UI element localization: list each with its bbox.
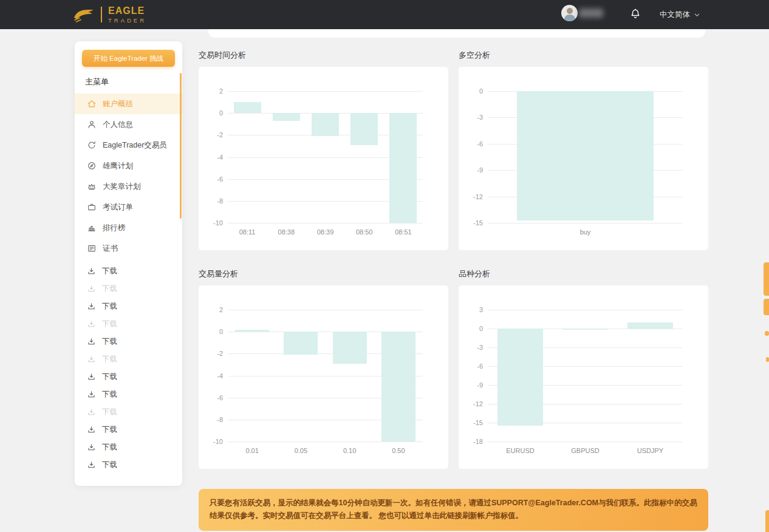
download-icon [87,284,96,293]
download-item-label: 下载 [102,442,117,452]
sidebar-download-item[interactable]: 下载 [75,456,182,474]
chart-cell: 交易时间分析20-2-4-6-8-1008:1108:3808:3908:500… [199,38,448,250]
notification-bell-icon[interactable] [629,7,641,21]
x-tick-label: 0.01 [245,447,258,454]
y-tick-label: -8 [202,197,223,205]
gridline [488,310,683,310]
bar[interactable] [333,332,367,363]
brand-logo[interactable]: EAGLE TRADER [73,0,146,29]
sidebar-download-item[interactable]: 下载 [75,421,182,438]
bar[interactable] [312,113,339,136]
floating-widget-fragment [766,357,769,362]
download-icon [87,443,96,452]
gridline [228,91,423,92]
briefcase-icon [87,202,97,212]
y-tick-label: 0 [202,109,223,117]
sidebar-menu: 账户概括个人信息EagleTrader交易员雄鹰计划大奖章计划考试订单排行榜证书 [75,94,182,259]
x-tick-label: GBPUSD [571,447,599,454]
sidebar-item-refresh[interactable]: EagleTrader交易员 [75,135,182,155]
refresh-metrics-link[interactable]: 此链接 [439,511,462,520]
sidebar-download-item[interactable]: 下载 [75,368,182,386]
bar[interactable] [389,113,417,223]
sidebar-item-label: 证书 [103,244,118,254]
bar[interactable] [517,91,654,220]
sidebar-download-item[interactable]: 下载 [75,350,182,368]
x-tick-label: USDJPY [637,447,663,454]
start-challenge-button[interactable]: 开始 EagleTrader 挑战 [82,50,175,67]
sidebar-item-label: 考试订单 [103,202,133,213]
eagle-logo-icon [73,5,97,24]
chart-title: 交易时间分析 [199,50,448,60]
chart-row-2: 交易量分析20-2-4-6-8-100.010.050.100.50品种分析30… [199,250,708,469]
chart-card: 0-3-6-9-12-15buy [459,67,708,250]
chart-cell: 交易量分析20-2-4-6-8-100.010.050.100.50 [199,250,448,469]
notice-support-email[interactable]: SUPPORT@EagleTrader.COM [491,499,598,507]
main-menu-label: 主菜单 [85,77,182,87]
download-item-label: 下载 [102,372,117,382]
download-item-label: 下载 [102,336,117,347]
sidebar-download-item[interactable]: 下载 [75,315,182,333]
y-tick-label: -4 [202,372,223,380]
chart-cell: 多空分析0-3-6-9-12-15buy [459,38,708,250]
sidebar-item-ranking[interactable]: 排行榜 [75,217,182,238]
sidebar-download-item[interactable]: 下载 [75,403,182,421]
y-tick-label: -10 [202,219,223,227]
y-tick-label: -4 [202,154,223,161]
sidebar-download-item[interactable]: 下载 [75,280,182,298]
x-tick-label: EURUSD [506,447,534,454]
user-avatar[interactable] [561,5,578,21]
x-tick-label: 08:51 [395,228,412,236]
sidebar-item-user[interactable]: 个人信息 [75,114,182,135]
language-selector[interactable]: 中文简体 [660,0,700,29]
y-tick-label: -9 [462,381,483,389]
sidebar-item-briefcase[interactable]: 考试订单 [75,197,182,217]
sidebar-item-certificate[interactable]: 证书 [75,238,182,259]
bar[interactable] [234,102,261,113]
sidebar-download-item[interactable]: 下载 [75,438,182,456]
bar[interactable] [284,332,318,355]
download-item-label: 下载 [102,425,117,435]
sidebar-item-label: 雄鹰计划 [103,161,133,171]
chart-title: 多空分析 [459,50,708,60]
sidebar-item-label: EagleTrader交易员 [103,140,167,151]
notice-text-1: 只要您有活跃交易，显示的结果就会每10分钟自动更新一次。如有任何错误，请通过 [210,499,491,507]
download-icon [87,460,96,469]
download-item-label: 下载 [102,284,117,294]
floating-widget-fragment[interactable] [764,262,769,296]
update-notice-banner: 只要您有活跃交易，显示的结果就会每10分钟自动更新一次。如有任何错误，请通过SU… [199,489,708,531]
download-icon [87,302,96,311]
sidebar-scrollbar-thumb[interactable] [180,73,182,219]
gridline [488,442,683,442]
logo-divider [101,7,102,22]
sidebar-download-item[interactable]: 下载 [75,262,182,280]
certificate-icon [87,244,97,253]
sidebar-item-compass[interactable]: 雄鹰计划 [75,155,182,176]
download-item-label: 下载 [102,407,117,417]
chart-title: 品种分析 [459,268,708,278]
sidebar-download-item[interactable]: 下载 [75,298,182,315]
y-tick-label: -6 [462,363,483,370]
bar[interactable] [627,322,673,329]
y-tick-label: 0 [462,87,483,95]
chart-card: 30-3-6-9-12-15-18EURUSDGBPUSDUSDJPY [459,285,708,469]
sidebar-item-crown[interactable]: 大奖章计划 [75,176,182,197]
crown-icon [87,182,97,191]
y-tick-label: -6 [462,140,483,148]
y-tick-label: -8 [202,416,223,423]
y-tick-label: -15 [462,219,483,227]
download-icon [87,355,96,364]
floating-widget-fragment[interactable] [764,299,769,315]
bar[interactable] [273,113,300,121]
bar[interactable] [350,113,378,145]
bar[interactable] [235,330,269,332]
x-tick-label: 08:50 [356,228,373,236]
sidebar-download-item[interactable]: 下载 [75,333,182,350]
bar[interactable] [562,329,608,330]
bar[interactable] [497,329,543,426]
chart-row-1: 交易时间分析20-2-4-6-8-1008:1108:3808:3908:500… [199,38,708,250]
sidebar-download-item[interactable]: 下载 [75,386,182,403]
bar[interactable] [381,332,415,442]
sidebar-item-home[interactable]: 账户概括 [75,94,182,114]
y-tick-label: -10 [202,438,223,445]
user-name-redacted[interactable] [579,9,603,18]
